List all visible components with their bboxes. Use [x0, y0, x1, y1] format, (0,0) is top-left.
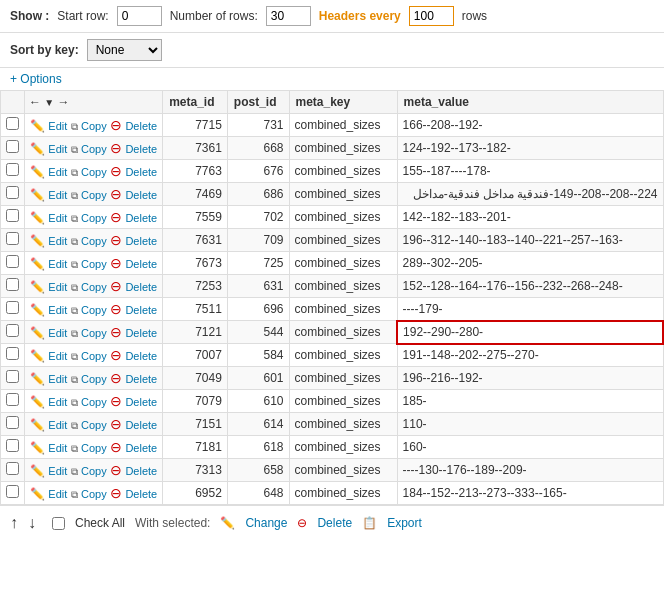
edit-button[interactable]: Edit — [48, 120, 67, 132]
copy-button[interactable]: Copy — [81, 212, 107, 224]
row-checkbox[interactable] — [6, 255, 19, 268]
copy-button[interactable]: Copy — [81, 350, 107, 362]
export-button[interactable]: Export — [387, 516, 422, 530]
cell-meta-key: combined_sizes — [289, 344, 397, 367]
delete-button-footer[interactable]: Delete — [317, 516, 352, 530]
copy-button[interactable]: Copy — [81, 419, 107, 431]
row-checkbox[interactable] — [6, 485, 19, 498]
edit-button[interactable]: Edit — [48, 373, 67, 385]
delete-button[interactable]: Delete — [125, 442, 157, 454]
row-checkbox[interactable] — [6, 462, 19, 475]
delete-button[interactable]: Delete — [125, 120, 157, 132]
delete-button[interactable]: Delete — [125, 143, 157, 155]
copy-button[interactable]: Copy — [81, 442, 107, 454]
cell-meta-key: combined_sizes — [289, 252, 397, 275]
edit-button[interactable]: Edit — [48, 281, 67, 293]
row-actions: ✏️ Edit ⧉ Copy ⊖ Delete — [25, 298, 163, 321]
delete-circle-icon: ⊖ — [110, 163, 122, 179]
edit-button[interactable]: Edit — [48, 143, 67, 155]
delete-button[interactable]: Delete — [125, 350, 157, 362]
edit-button[interactable]: Edit — [48, 465, 67, 477]
edit-button[interactable]: Edit — [48, 212, 67, 224]
row-checkbox[interactable] — [6, 186, 19, 199]
copy-icon: ⧉ — [71, 144, 78, 155]
options-link[interactable]: + Options — [10, 72, 62, 86]
cell-meta-id: 7007 — [163, 344, 228, 367]
delete-circle-icon: ⊖ — [110, 462, 122, 478]
edit-button[interactable]: Edit — [48, 235, 67, 247]
delete-button[interactable]: Delete — [125, 281, 157, 293]
row-checkbox[interactable] — [6, 209, 19, 222]
delete-button[interactable]: Delete — [125, 396, 157, 408]
edit-button[interactable]: Edit — [48, 258, 67, 270]
row-checkbox[interactable] — [6, 439, 19, 452]
edit-button[interactable]: Edit — [48, 304, 67, 316]
delete-button[interactable]: Delete — [125, 373, 157, 385]
delete-button[interactable]: Delete — [125, 166, 157, 178]
num-rows-input[interactable] — [266, 6, 311, 26]
edit-button[interactable]: Edit — [48, 488, 67, 500]
copy-button[interactable]: Copy — [81, 258, 107, 270]
check-all-checkbox[interactable] — [52, 517, 65, 530]
nav-down-icon[interactable]: ↓ — [28, 514, 36, 532]
delete-button[interactable]: Delete — [125, 189, 157, 201]
edit-button[interactable]: Edit — [48, 189, 67, 201]
row-checkbox[interactable] — [6, 140, 19, 153]
cell-post-id: 614 — [227, 413, 289, 436]
delete-button[interactable]: Delete — [125, 327, 157, 339]
row-checkbox[interactable] — [6, 232, 19, 245]
delete-button[interactable]: Delete — [125, 419, 157, 431]
copy-button[interactable]: Copy — [81, 143, 107, 155]
start-row-input[interactable] — [117, 6, 162, 26]
edit-button[interactable]: Edit — [48, 419, 67, 431]
edit-button[interactable]: Edit — [48, 327, 67, 339]
nav-up-icon[interactable]: ↑ — [10, 514, 18, 532]
col-header-meta-value[interactable]: meta_value — [397, 91, 663, 114]
copy-button[interactable]: Copy — [81, 396, 107, 408]
row-checkbox[interactable] — [6, 416, 19, 429]
copy-button[interactable]: Copy — [81, 488, 107, 500]
copy-button[interactable]: Copy — [81, 304, 107, 316]
col-header-meta-id[interactable]: meta_id — [163, 91, 228, 114]
col-header-meta-key[interactable]: meta_key — [289, 91, 397, 114]
row-checkbox[interactable] — [6, 117, 19, 130]
copy-icon: ⧉ — [71, 259, 78, 270]
nav-left-icon[interactable]: ← — [29, 95, 41, 109]
row-checkbox[interactable] — [6, 370, 19, 383]
row-checkbox-cell — [1, 482, 25, 505]
row-checkbox[interactable] — [6, 278, 19, 291]
delete-button[interactable]: Delete — [125, 235, 157, 247]
delete-button[interactable]: Delete — [125, 304, 157, 316]
edit-button[interactable]: Edit — [48, 442, 67, 454]
edit-button[interactable]: Edit — [48, 350, 67, 362]
copy-button[interactable]: Copy — [81, 281, 107, 293]
row-checkbox[interactable] — [6, 163, 19, 176]
edit-button[interactable]: Edit — [48, 396, 67, 408]
delete-button[interactable]: Delete — [125, 488, 157, 500]
cell-meta-value: 155--187----178- — [397, 160, 663, 183]
row-checkbox[interactable] — [6, 393, 19, 406]
copy-button[interactable]: Copy — [81, 120, 107, 132]
sort-by-select[interactable]: None — [87, 39, 162, 61]
sort-icon[interactable]: ▼ — [44, 97, 54, 108]
copy-button[interactable]: Copy — [81, 166, 107, 178]
copy-button[interactable]: Copy — [81, 327, 107, 339]
delete-button[interactable]: Delete — [125, 465, 157, 477]
row-checkbox[interactable] — [6, 347, 19, 360]
copy-button[interactable]: Copy — [81, 235, 107, 247]
row-checkbox[interactable] — [6, 301, 19, 314]
delete-circle-icon: ⊖ — [110, 255, 122, 271]
delete-circle-icon: ⊖ — [110, 370, 122, 386]
copy-button[interactable]: Copy — [81, 465, 107, 477]
copy-button[interactable]: Copy — [81, 373, 107, 385]
delete-button[interactable]: Delete — [125, 258, 157, 270]
headers-every-input[interactable] — [409, 6, 454, 26]
edit-button[interactable]: Edit — [48, 166, 67, 178]
nav-right-icon[interactable]: → — [58, 95, 70, 109]
delete-button[interactable]: Delete — [125, 212, 157, 224]
row-checkbox[interactable] — [6, 324, 19, 337]
copy-button[interactable]: Copy — [81, 189, 107, 201]
cell-post-id: 648 — [227, 482, 289, 505]
change-button[interactable]: Change — [245, 516, 287, 530]
col-header-post-id[interactable]: post_id — [227, 91, 289, 114]
